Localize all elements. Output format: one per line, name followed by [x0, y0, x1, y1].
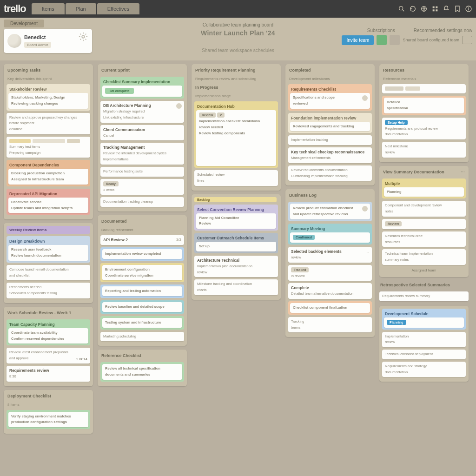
card-band[interactable]: Review baseline and detailed scope — [100, 300, 184, 314]
card-band[interactable]: Stakeholder ReviewStakeholders: Marketin… — [7, 84, 90, 111]
card[interactable]: Verify staging environment matchesproduc… — [8, 412, 88, 428]
card[interactable]: Tracking ManagementReview the intended d… — [100, 143, 184, 165]
card[interactable]: Set up — [196, 242, 276, 251]
list-title[interactable]: Deployment Checklist — [7, 393, 90, 400]
filter-button[interactable] — [390, 35, 400, 45]
card-band[interactable]: Testing system and infrastructure — [100, 316, 184, 330]
card[interactable]: Planning — [384, 317, 464, 328]
list[interactable]: Priority Requirement PlanningRequirement… — [192, 64, 281, 191]
card[interactable]: Setup HelpRequirements and protocol revi… — [382, 118, 466, 140]
card[interactable]: DB Architecture PlanningMigration strate… — [100, 101, 184, 123]
card[interactable]: Review all technical specificationdocume… — [102, 364, 182, 380]
card-band[interactable]: Review product estimation checklistand u… — [288, 202, 372, 221]
card-band[interactable]: Select Convention Review PlanningPlannin… — [194, 205, 278, 231]
card[interactable]: Performance testing suite — [100, 167, 184, 177]
card[interactable]: Refinements neededScheduled components t… — [7, 283, 90, 298]
list-title[interactable]: View Summary Documentation ⋯ — [382, 169, 466, 176]
card-band[interactable]: Environment configurationCoordinate serv… — [100, 263, 184, 283]
nav-tab-effectives[interactable]: Effectives — [97, 3, 140, 14]
status-pill[interactable]: Review — [199, 112, 216, 118]
card-band[interactable]: Summary MeetingConfirmed — [288, 224, 372, 245]
card[interactable]: Implementationreview — [382, 332, 466, 348]
card-band[interactable]: Documentation HubReview2Implementation c… — [194, 101, 278, 168]
card[interactable]: Trackingteams — [288, 317, 372, 333]
card[interactable]: Technical team implementationsummary not… — [382, 249, 466, 265]
card[interactable]: Review and approve proposed key changesb… — [7, 113, 90, 134]
card[interactable]: Component and development reviewnotes — [382, 201, 466, 217]
list[interactable]: Deployment Checklist8 itemsVerify stagin… — [4, 390, 93, 434]
card-band[interactable]: Customer Outreach Schedule ItemsSet up — [194, 233, 278, 253]
card[interactable]: Architecture TechnicalImplementation pla… — [194, 256, 278, 278]
card-band[interactable]: Team Capacity PlanningCoordinate team av… — [7, 319, 90, 346]
card[interactable]: Requirements review summary — [379, 291, 469, 301]
card[interactable]: Confirmed — [290, 232, 370, 243]
grid-icon[interactable] — [431, 5, 439, 13]
card[interactable]: Implementation review completed — [102, 249, 182, 259]
card-band[interactable]: Verify staging environment matchesproduc… — [7, 410, 90, 430]
list[interactable]: Current SprintChecklist Summary Implemen… — [98, 64, 187, 212]
card[interactable]: Implementation tracking — [288, 135, 372, 145]
card[interactable]: 3/6 complete — [102, 86, 182, 97]
list-title[interactable]: Current Sprint — [100, 67, 184, 74]
card-band[interactable]: Development SchedulePlanning — [382, 309, 466, 330]
list[interactable]: BacklogSelect Convention Review Planning… — [192, 194, 281, 300]
card[interactable]: Research user feedbackReview launch docu… — [8, 245, 88, 261]
list-title[interactable]: Reference Checklist — [100, 352, 184, 360]
card[interactable]: Requirements and strategydocumentation — [382, 362, 466, 377]
card[interactable]: Requirements review8:30 — [7, 366, 90, 382]
card-band[interactable]: Design BreakdownResearch user feedbackRe… — [7, 236, 90, 263]
card[interactable]: Testing system and infrastructure — [102, 318, 182, 328]
card[interactable]: Environment configurationCoordinate serv… — [102, 265, 182, 281]
list[interactable]: Weekly Review ItemsDesign BreakdownResea… — [4, 223, 93, 303]
card[interactable]: Blocking production completionAssigned t… — [8, 169, 88, 185]
card[interactable]: Scheduled reviewlines — [194, 170, 278, 186]
list[interactable]: Work Schedule Review - Week 1Team Capaci… — [4, 307, 93, 386]
list[interactable]: Reference ChecklistReview all technical … — [98, 350, 187, 386]
gear-icon[interactable] — [78, 32, 88, 42]
list-title[interactable]: Business Log — [288, 192, 372, 199]
card[interactable]: Next milestonereview — [382, 142, 466, 158]
card[interactable]: Review2Implementation checklist breakdow… — [196, 110, 276, 166]
list-title[interactable]: Retrospective Selected Summaries — [379, 282, 469, 289]
card[interactable]: Stakeholders: Marketing, DesignReviewing… — [8, 93, 88, 109]
list[interactable]: Retrospective Selected SummariesRequirem… — [379, 281, 469, 302]
card-band[interactable]: Deprecated API MigrationDeactivate servi… — [7, 189, 90, 215]
list[interactable]: View Summary Documentation ⋯MultiplePlan… — [379, 166, 469, 277]
info-icon[interactable] — [465, 5, 472, 13]
list[interactable]: CompletedDevelopment milestonesRequireme… — [285, 64, 375, 185]
list[interactable]: DocumentedBacklog refinementAPI Review 2… — [98, 215, 187, 346]
card[interactable]: Compose launch email documentationand ch… — [7, 265, 90, 281]
card[interactable]: Trackedin review — [288, 265, 372, 281]
header-link-subscriptions[interactable]: Subscriptions — [367, 28, 395, 33]
status-pill[interactable]: 3/6 complete — [105, 88, 134, 94]
card[interactable]: Client CommunicationCancel — [100, 125, 184, 141]
card[interactable]: Review baseline and detailed scope — [102, 302, 182, 312]
card[interactable]: Documentation tracking cleanup — [100, 197, 184, 207]
card[interactable]: Ready3 items — [100, 179, 184, 195]
board-canvas[interactable]: Upcoming TasksKey deliverables this spri… — [0, 60, 476, 437]
list[interactable]: Upcoming TasksKey deliverables this spri… — [4, 64, 93, 219]
card[interactable]: Milestone tracking and coordinationchart… — [194, 279, 278, 295]
card[interactable]: Checklist component finalization — [290, 303, 370, 313]
card[interactable] — [382, 84, 466, 93]
card[interactable]: Marketing scheduling — [100, 332, 184, 342]
board-tab[interactable]: Development — [4, 20, 44, 27]
card-band[interactable]: Implementation review completed — [100, 247, 184, 261]
card[interactable]: Review requirements documentationOutstan… — [288, 165, 372, 181]
card[interactable]: API Review 23/3 — [100, 235, 184, 245]
card[interactable]: Specifications and scopereviewed — [290, 93, 370, 109]
list-title[interactable]: Completed — [288, 67, 372, 74]
list[interactable]: Development SchedulePlanningImplementati… — [379, 306, 469, 382]
list-title[interactable]: Priority Requirement Planning — [194, 67, 278, 74]
header-link-settings[interactable]: Recommended settings now — [414, 28, 472, 33]
status-pill[interactable]: Planning — [387, 320, 406, 325]
nav-tab-plan[interactable]: Plan — [66, 3, 96, 14]
card-band[interactable]: Reporting and testing automation — [100, 284, 184, 298]
status-pill[interactable]: Confirmed — [293, 235, 315, 240]
card[interactable]: Deactivate serviceUpdate teams and integ… — [8, 198, 88, 213]
view-toggle-button[interactable] — [462, 36, 472, 44]
card[interactable]: Technical checklist deployment — [382, 350, 466, 359]
list-footer-link[interactable]: Assigned team — [382, 267, 466, 272]
card-band[interactable]: MultiplePlanning — [382, 178, 466, 199]
list-title[interactable]: Upcoming Tasks — [7, 67, 90, 74]
